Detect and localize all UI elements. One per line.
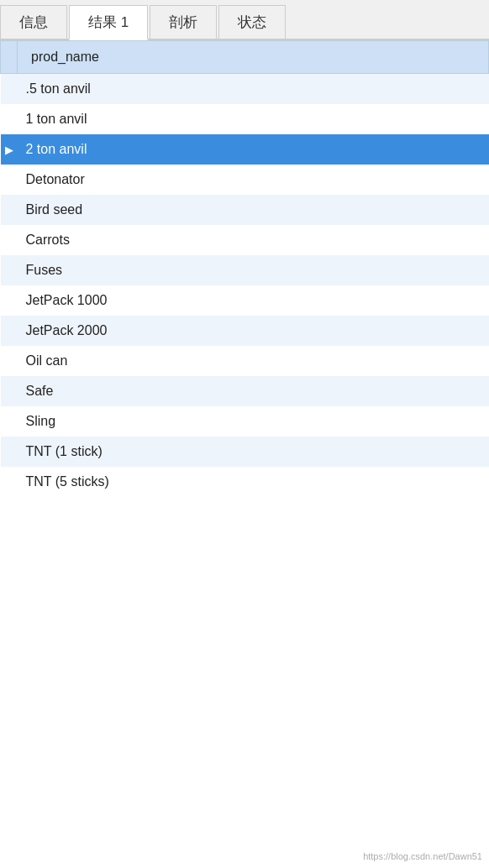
row-indicator xyxy=(1,406,18,437)
row-cell-prod-name: TNT (5 sticks) xyxy=(18,467,489,497)
row-cell-prod-name: Oil can xyxy=(18,346,489,376)
tab-analysis[interactable]: 剖析 xyxy=(150,5,217,39)
table-row[interactable]: Fuses xyxy=(1,255,489,285)
tab-bar: 信息结果 1剖析状态 xyxy=(0,0,489,40)
row-cell-prod-name: Bird seed xyxy=(18,195,489,225)
table-row[interactable]: 1 ton anvil xyxy=(1,104,489,134)
row-cell-prod-name: Carrots xyxy=(18,225,489,255)
row-cell-prod-name: TNT (1 stick) xyxy=(18,437,489,467)
row-cell-prod-name: Sling xyxy=(18,406,489,437)
header-indicator xyxy=(1,41,18,74)
row-indicator xyxy=(1,74,18,105)
table-row[interactable]: Oil can xyxy=(1,346,489,376)
row-indicator xyxy=(1,437,18,467)
row-indicator xyxy=(1,346,18,376)
row-indicator xyxy=(1,104,18,134)
results-table: prod_name .5 ton anvil1 ton anvil▶2 ton … xyxy=(0,40,489,497)
row-indicator xyxy=(1,316,18,346)
row-indicator: ▶ xyxy=(1,134,18,165)
table-row[interactable]: Detonator xyxy=(1,165,489,195)
row-cell-prod-name: Detonator xyxy=(18,165,489,195)
table-row[interactable]: .5 ton anvil xyxy=(1,74,489,105)
row-cell-prod-name: .5 ton anvil xyxy=(18,74,489,105)
table-row[interactable]: JetPack 1000 xyxy=(1,285,489,316)
table-header-row: prod_name xyxy=(1,41,489,74)
column-header: prod_name xyxy=(18,41,489,74)
row-indicator xyxy=(1,165,18,195)
watermark: https://blog.csdn.net/Dawn51 xyxy=(363,851,482,861)
table-row[interactable]: TNT (5 sticks) xyxy=(1,467,489,497)
table-row[interactable]: ▶2 ton anvil xyxy=(1,134,489,165)
table-area: prod_name .5 ton anvil1 ton anvil▶2 ton … xyxy=(0,40,489,868)
row-cell-prod-name: JetPack 1000 xyxy=(18,285,489,316)
table-row[interactable]: TNT (1 stick) xyxy=(1,437,489,467)
row-cell-prod-name: 2 ton anvil xyxy=(18,134,489,165)
row-indicator xyxy=(1,225,18,255)
row-indicator xyxy=(1,255,18,285)
table-row[interactable]: Safe xyxy=(1,376,489,406)
row-indicator xyxy=(1,195,18,225)
row-cell-prod-name: 1 ton anvil xyxy=(18,104,489,134)
table-row[interactable]: Sling xyxy=(1,406,489,437)
table-row[interactable]: Carrots xyxy=(1,225,489,255)
row-cell-prod-name: Fuses xyxy=(18,255,489,285)
row-indicator xyxy=(1,467,18,497)
table-row[interactable]: JetPack 2000 xyxy=(1,316,489,346)
row-indicator xyxy=(1,376,18,406)
row-cell-prod-name: JetPack 2000 xyxy=(18,316,489,346)
main-container: 信息结果 1剖析状态 prod_name .5 ton anvil1 ton a… xyxy=(0,0,489,868)
row-indicator xyxy=(1,285,18,316)
table-row[interactable]: Bird seed xyxy=(1,195,489,225)
tab-info[interactable]: 信息 xyxy=(0,5,67,39)
tab-result1[interactable]: 结果 1 xyxy=(69,5,148,40)
row-cell-prod-name: Safe xyxy=(18,376,489,406)
tab-status[interactable]: 状态 xyxy=(218,5,286,39)
table-body: .5 ton anvil1 ton anvil▶2 ton anvilDeton… xyxy=(1,74,489,498)
